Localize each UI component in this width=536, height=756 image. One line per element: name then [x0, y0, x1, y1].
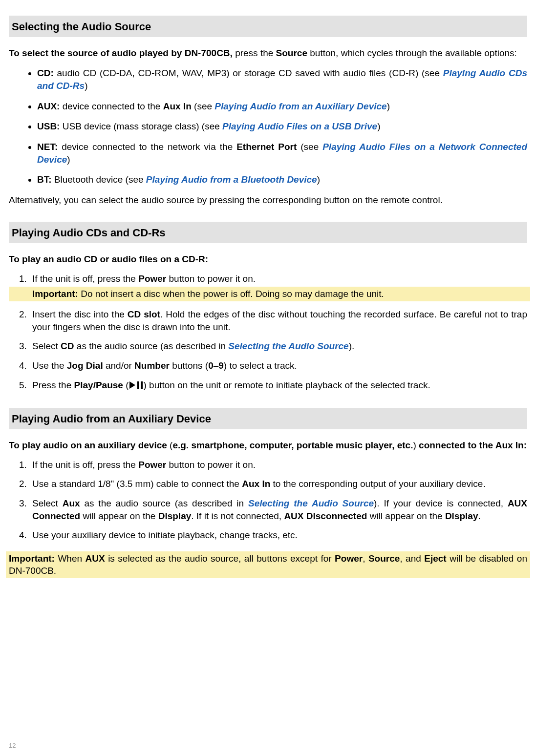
alt-paragraph: Alternatively, you can select the audio … [9, 194, 527, 207]
source-options-list: CD: audio CD (CD-DA, CD-ROM, WAV, MP3) o… [9, 67, 527, 186]
svg-marker-0 [129, 381, 135, 389]
link-selecting-audio-source[interactable]: Selecting the Audio Source [228, 341, 348, 351]
list-item: AUX: device connected to the Aux In (see… [37, 100, 527, 113]
link-selecting-audio-source[interactable]: Selecting the Audio Source [248, 498, 374, 508]
list-item: Use a standard 1/8" (3.5 mm) cable to co… [29, 478, 527, 490]
list-item: NET: device connected to the network via… [37, 141, 527, 166]
list-item: Insert the disc into the CD slot. Hold t… [29, 308, 527, 333]
list-item: Select CD as the audio source (as descri… [29, 340, 527, 353]
list-item: Use the Jog Dial and/or Number buttons (… [29, 359, 527, 372]
list-item: If the unit is off, press the Power butt… [29, 459, 527, 471]
cd-steps-list: If the unit is off, press the Power butt… [9, 273, 527, 392]
svg-rect-2 [141, 381, 143, 389]
section-heading-playing-aux: Playing Audio from an Auxiliary Device [9, 408, 527, 429]
intro-bold: To select the source of audio played by … [9, 48, 233, 58]
section-heading-playing-cds: Playing Audio CDs and CD-Rs [9, 222, 527, 243]
svg-rect-1 [137, 381, 139, 389]
list-item: Press the Play/Pause () button on the un… [29, 379, 527, 393]
section-heading-selecting-audio-source: Selecting the Audio Source [9, 16, 527, 37]
list-item: BT: Bluetooth device (see Playing Audio … [37, 173, 527, 186]
intro-paragraph: To play an audio CD or audio files on a … [9, 253, 527, 266]
list-item: If the unit is off, press the Power butt… [29, 273, 527, 301]
link-playing-bluetooth[interactable]: Playing Audio from a Bluetooth Device [146, 174, 317, 185]
intro-paragraph: To select the source of audio played by … [9, 47, 527, 60]
link-playing-usb[interactable]: Playing Audio Files on a USB Drive [222, 121, 377, 131]
important-notice: Important: When AUX is selected as the a… [6, 551, 530, 578]
list-item: CD: audio CD (CD-DA, CD-ROM, WAV, MP3) o… [37, 67, 527, 92]
list-item: USB: USB device (mass storage class) (se… [37, 120, 527, 133]
link-playing-aux[interactable]: Playing Audio from an Auxiliary Device [214, 101, 386, 111]
list-item: Select Aux as the audio source (as descr… [29, 497, 527, 522]
intro-paragraph: To play audio on an auxiliary device (e.… [9, 439, 527, 452]
aux-steps-list: If the unit is off, press the Power butt… [9, 459, 527, 542]
play-pause-icon [129, 380, 144, 393]
important-notice: Important: Do not insert a disc when the… [9, 287, 530, 301]
list-item: Use your auxiliary device to initiate pl… [29, 529, 527, 542]
